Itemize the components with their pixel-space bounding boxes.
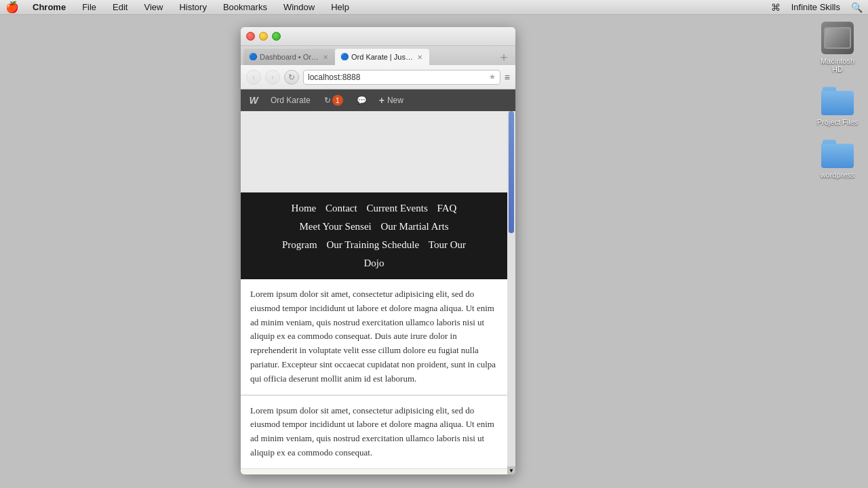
site-navigation: Home Contact Current Events FAQ Meet You… bbox=[241, 192, 507, 279]
menu-view[interactable]: View bbox=[141, 2, 165, 12]
menu-window[interactable]: Window bbox=[281, 2, 317, 12]
wordpress-icon[interactable]: wordpress bbox=[814, 140, 861, 179]
nav-tour[interactable]: Tour Our bbox=[429, 239, 466, 250]
scrollbar[interactable]: ▼ bbox=[507, 111, 515, 474]
reload-button[interactable]: ↻ bbox=[284, 70, 299, 85]
tab-dashboard[interactable]: 🔵 Dashboard • Or… ✕ bbox=[243, 49, 335, 65]
lorem-text-2: Lorem ipsum dolor sit amet, consectetur … bbox=[250, 404, 498, 460]
scrollbar-down-arrow[interactable]: ▼ bbox=[507, 466, 515, 474]
nav-current-events[interactable]: Current Events bbox=[366, 203, 427, 214]
browser-content-area: Home Contact Current Events FAQ Meet You… bbox=[241, 111, 515, 474]
wifi-icon: ⌘ bbox=[771, 2, 781, 13]
folder-project-image bbox=[821, 87, 854, 115]
wordpress-label: wordpress bbox=[821, 171, 855, 179]
tab-ordkarate-close[interactable]: ✕ bbox=[416, 53, 424, 61]
tab-ordkarate-favicon: 🔵 bbox=[340, 53, 349, 61]
minimize-button[interactable] bbox=[259, 32, 268, 41]
menu-file[interactable]: File bbox=[79, 2, 99, 12]
wp-new-button[interactable]: + New bbox=[375, 92, 408, 108]
lorem-text-1: Lorem ipsum dolor sit amet, consectetur … bbox=[250, 287, 498, 386]
menu-edit[interactable]: Edit bbox=[110, 2, 130, 12]
browser-window: 🔵 Dashboard • Or… ✕ 🔵 Ord Karate | Jus… … bbox=[241, 27, 515, 474]
new-plus-icon: + bbox=[379, 95, 384, 106]
hero-image-area bbox=[241, 111, 507, 192]
scrollbar-thumb[interactable] bbox=[509, 111, 514, 233]
wp-logo-button[interactable]: W bbox=[245, 92, 262, 109]
macos-menu-bar: 🍎 Chrome File Edit View History Bookmark… bbox=[0, 0, 868, 15]
folder-wordpress-image bbox=[821, 140, 854, 168]
nav-bar: ‹ › ↻ localhost:8888 ★ ≡ bbox=[241, 65, 515, 89]
maximize-button[interactable] bbox=[272, 32, 281, 41]
title-bar bbox=[241, 27, 515, 46]
wp-logo-text: W bbox=[249, 95, 258, 106]
content-section-2: Lorem ipsum dolor sit amet, consectetur … bbox=[241, 396, 507, 469]
content-section-1: Lorem ipsum dolor sit amet, consectetur … bbox=[241, 279, 507, 395]
updates-badge: 1 bbox=[332, 95, 343, 106]
nav-contact[interactable]: Contact bbox=[326, 203, 357, 214]
macintosh-hd-icon[interactable]: MacintoshHD bbox=[814, 22, 861, 73]
nav-meet-sensei[interactable]: Meet Your Sensei bbox=[300, 221, 372, 232]
wp-site-name[interactable]: Ord Karate bbox=[265, 93, 316, 108]
project-files-label: Project Files bbox=[817, 118, 859, 126]
project-files-icon[interactable]: Project Files bbox=[814, 87, 861, 126]
new-tab-button[interactable]: ＋ bbox=[495, 49, 513, 65]
nav-training[interactable]: Our Training Schedule bbox=[326, 239, 419, 250]
nav-links: Home Contact Current Events FAQ Meet You… bbox=[254, 199, 494, 272]
nav-faq[interactable]: FAQ bbox=[437, 203, 457, 214]
infinite-skills-label: Infinite Skills bbox=[789, 2, 843, 12]
menu-help[interactable]: Help bbox=[328, 2, 352, 12]
menu-history[interactable]: History bbox=[176, 2, 209, 12]
forward-button[interactable]: › bbox=[265, 70, 280, 85]
tab-dashboard-close[interactable]: ✕ bbox=[321, 53, 330, 61]
menu-bookmarks[interactable]: Bookmarks bbox=[220, 2, 270, 12]
page-content: Home Contact Current Events FAQ Meet You… bbox=[241, 111, 507, 469]
hd-icon-image bbox=[821, 22, 854, 54]
back-button[interactable]: ‹ bbox=[246, 70, 261, 85]
menu-chrome[interactable]: Chrome bbox=[30, 2, 68, 12]
nav-program[interactable]: Program bbox=[282, 239, 317, 250]
bookmark-star-icon[interactable]: ★ bbox=[489, 73, 496, 81]
desktop-icons: MacintoshHD Project Files wordpress bbox=[814, 22, 861, 179]
url-bar[interactable]: localhost:8888 ★ bbox=[303, 70, 500, 85]
nav-martial-arts[interactable]: Our Martial Arts bbox=[381, 221, 449, 232]
tab-dashboard-favicon: 🔵 bbox=[249, 53, 257, 61]
tab-ord-karate[interactable]: 🔵 Ord Karate | Jus… ✕ bbox=[335, 49, 429, 65]
wp-updates[interactable]: ↻1 bbox=[319, 92, 349, 108]
url-text: localhost:8888 bbox=[308, 73, 486, 82]
apple-menu[interactable]: 🍎 bbox=[5, 1, 19, 14]
desktop: MacintoshHD Project Files wordpress bbox=[0, 15, 868, 488]
nav-dojo[interactable]: Dojo bbox=[364, 258, 384, 268]
tabs-bar: 🔵 Dashboard • Or… ✕ 🔵 Ord Karate | Jus… … bbox=[241, 46, 515, 65]
tab-ordkarate-label: Ord Karate | Jus… bbox=[351, 53, 413, 61]
hd-icon-label: MacintoshHD bbox=[821, 57, 854, 73]
browser-menu-button[interactable]: ≡ bbox=[505, 72, 510, 83]
nav-home[interactable]: Home bbox=[292, 203, 317, 214]
tab-dashboard-label: Dashboard • Or… bbox=[260, 53, 319, 61]
spotlight-search-icon[interactable]: 🔍 bbox=[851, 2, 863, 13]
wp-new-label: New bbox=[387, 96, 403, 105]
wp-admin-bar: W Ord Karate ↻1 💬 + New bbox=[241, 89, 515, 111]
close-button[interactable] bbox=[246, 32, 255, 41]
browser-content[interactable]: Home Contact Current Events FAQ Meet You… bbox=[241, 111, 507, 474]
wp-comments[interactable]: 💬 bbox=[351, 93, 372, 108]
